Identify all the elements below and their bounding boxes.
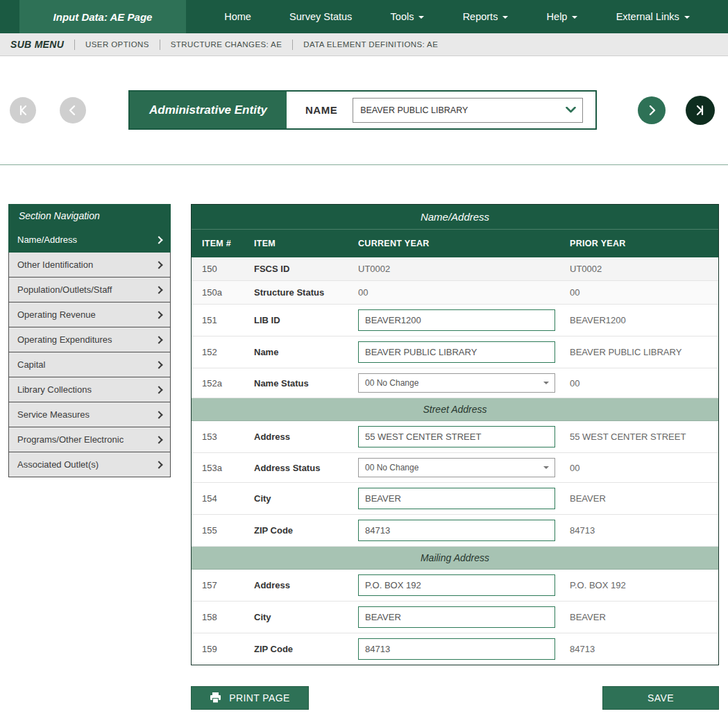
caret-down-icon: [502, 16, 508, 19]
sidebar-item-population-outlets-staff[interactable]: Population/Outlets/Staff: [8, 278, 171, 302]
prior-year-value: 00: [570, 463, 718, 473]
column-header-item-number: ITEM #: [192, 239, 254, 248]
first-record-button[interactable]: [10, 97, 36, 123]
chevron-right-icon: [155, 236, 162, 244]
sidebar-item-associated-outlets[interactable]: Associated Outlet(s): [8, 452, 171, 477]
name-input[interactable]: [358, 341, 555, 363]
sidebar-item-other-identification[interactable]: Other Identification: [8, 253, 171, 278]
sidebar-item-label: Service Measures: [17, 409, 90, 420]
caret-down-icon: [684, 16, 690, 19]
submenu-link-data-element-definitions[interactable]: DATA ELEMENT DEFINITIONS: AE: [303, 40, 438, 49]
chevron-down-icon: [566, 107, 576, 113]
sidebar-item-name-address[interactable]: Name/Address: [8, 228, 171, 253]
table-row: 150a Structure Status 00 00: [192, 281, 718, 305]
sidebar-item-capital[interactable]: Capital: [8, 352, 171, 377]
table-header-row: ITEM # ITEM CURRENT YEAR PRIOR YEAR: [192, 229, 718, 257]
prior-year-value: BEAVER: [570, 612, 718, 622]
lib-id-input[interactable]: [358, 309, 555, 331]
content: Section Navigation Name/Address Other Id…: [8, 204, 719, 665]
next-record-button[interactable]: [638, 96, 666, 124]
nav-item-tools[interactable]: Tools: [391, 11, 425, 22]
sidebar-item-label: Capital: [17, 359, 45, 370]
sidebar-item-operating-expenditures[interactable]: Operating Expenditures: [8, 327, 171, 352]
sidebar-item-label: Population/Outlets/Staff: [17, 284, 112, 295]
nav-item-help[interactable]: Help: [547, 11, 578, 22]
item-name: Structure Status: [254, 287, 358, 298]
chevron-left-icon: [67, 105, 78, 116]
tab-input-data-ae-page[interactable]: Input Data: AE Page: [19, 0, 186, 33]
item-name: LIB ID: [254, 315, 358, 325]
current-year-value: 00: [358, 287, 570, 298]
nav-item-home[interactable]: Home: [224, 11, 251, 22]
zip-code-input[interactable]: [358, 520, 555, 541]
item-name: Name Status: [254, 378, 358, 389]
mailing-city-input[interactable]: [358, 606, 555, 628]
item-number: 157: [192, 580, 254, 590]
section-header-mailing-address: Mailing Address: [192, 547, 718, 570]
item-number: 154: [192, 493, 254, 504]
mailing-address-input[interactable]: [358, 574, 555, 596]
sidebar-item-service-measures[interactable]: Service Measures: [8, 402, 171, 427]
nav-item-label: Home: [224, 11, 251, 22]
nav-item-label: Tools: [391, 11, 414, 22]
item-number: 150a: [192, 287, 254, 298]
sidebar-item-library-collections[interactable]: Library Collections: [8, 377, 171, 402]
mailing-zip-code-input[interactable]: [358, 638, 555, 660]
nav-item-reports[interactable]: Reports: [463, 11, 509, 22]
sidebar-item-label: Operating Revenue: [17, 309, 96, 320]
submenu-link-structure-changes[interactable]: STRUCTURE CHANGES: AE: [171, 40, 282, 49]
nav-item-label: Survey Status: [289, 11, 352, 22]
item-name: FSCS ID: [254, 264, 358, 274]
sub-menu: SUB MENU USER OPTIONS STRUCTURE CHANGES:…: [0, 33, 728, 56]
caret-down-icon: [543, 382, 549, 384]
chevron-right-icon: [155, 336, 162, 343]
prior-year-value: BEAVER PUBLIC LIBRARY: [570, 347, 718, 357]
nav-item-label: External Links: [616, 11, 679, 22]
nav-item-survey-status[interactable]: Survey Status: [289, 11, 352, 22]
table-row: 159 ZIP Code 84713: [192, 633, 718, 665]
address-status-select[interactable]: 00 No Change: [358, 458, 555, 477]
column-header-prior-year: PRIOR YEAR: [570, 239, 718, 248]
name-address-table: Name/Address ITEM # ITEM CURRENT YEAR PR…: [191, 204, 719, 665]
section-navigation: Section Navigation Name/Address Other Id…: [8, 204, 171, 477]
item-number: 151: [192, 315, 254, 325]
prior-year-value: BEAVER1200: [570, 315, 718, 325]
submenu-link-user-options[interactable]: USER OPTIONS: [85, 40, 149, 49]
prior-year-value: 84713: [570, 525, 718, 536]
item-number: 155: [192, 525, 254, 536]
sidebar-item-programs-other-electronic[interactable]: Programs/Other Electronic: [8, 427, 171, 452]
selected-option: 00 No Change: [365, 378, 418, 388]
skip-to-last-icon: [695, 105, 706, 116]
name-status-select[interactable]: 00 No Change: [358, 373, 555, 393]
table-row: 154 City BEAVER: [192, 483, 718, 515]
print-page-button[interactable]: PRINT PAGE: [191, 686, 309, 710]
table-row: 152a Name Status 00 No Change 00: [192, 368, 718, 398]
entity-name-selected: BEAVER PUBLIC LIBRARY: [360, 105, 468, 115]
chevron-right-icon: [155, 286, 162, 293]
city-input[interactable]: [358, 488, 555, 509]
column-header-item: ITEM: [254, 239, 358, 248]
table-row: 158 City BEAVER: [192, 602, 718, 633]
table-row: 153a Address Status 00 No Change 00: [192, 453, 718, 483]
last-record-button[interactable]: [686, 96, 715, 125]
sidebar-item-operating-revenue[interactable]: Operating Revenue: [8, 302, 171, 327]
name-label: NAME: [305, 104, 337, 116]
nav-item-external-links[interactable]: External Links: [616, 11, 690, 22]
prior-year-value: BEAVER: [570, 493, 718, 504]
entity-name-dropdown[interactable]: BEAVER PUBLIC LIBRARY: [353, 98, 583, 123]
item-number: 152a: [192, 378, 254, 389]
previous-record-button[interactable]: [60, 97, 86, 123]
street-address-input[interactable]: [358, 426, 555, 447]
prior-year-value: 00: [570, 378, 718, 389]
printer-icon: [210, 692, 221, 703]
item-name: Address Status: [254, 463, 358, 473]
save-button[interactable]: SAVE: [602, 686, 719, 710]
print-page-label: PRINT PAGE: [229, 692, 290, 703]
sidebar-item-label: Associated Outlet(s): [17, 459, 99, 470]
chevron-right-icon: [155, 361, 162, 368]
table-title: Name/Address: [192, 205, 718, 229]
record-navigation: Administrative Entity NAME BEAVER PUBLIC…: [10, 90, 718, 130]
chevron-right-icon: [155, 461, 162, 468]
item-name: ZIP Code: [254, 644, 358, 654]
item-number: 150: [192, 264, 254, 274]
